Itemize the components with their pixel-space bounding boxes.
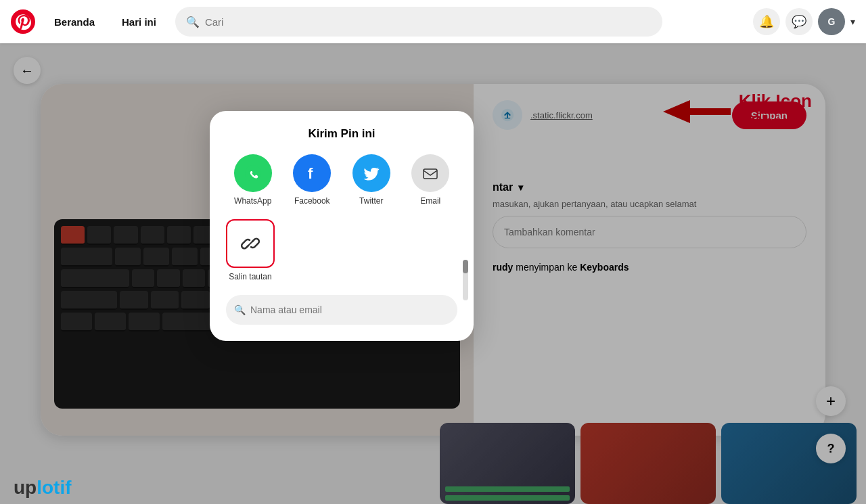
copy-link-icon	[226, 219, 275, 268]
facebook-label: Facebook	[294, 196, 330, 206]
share-whatsapp[interactable]: WhatsApp	[226, 154, 280, 206]
header: Beranda Hari ini 🔍 🔔 💬 G ▾	[0, 0, 866, 43]
watermark-text-up: up	[14, 477, 37, 498]
email-label: Email	[420, 196, 440, 206]
share-icons-row: WhatsApp f Facebook	[226, 154, 457, 206]
email-icon	[411, 154, 449, 192]
salin-label: Salin tautan	[229, 272, 271, 281]
twitter-label: Twitter	[359, 196, 383, 206]
svg-point-0	[11, 9, 35, 34]
svg-text:f: f	[308, 165, 313, 182]
search-icon: 🔍	[186, 16, 200, 28]
share-twitter[interactable]: Twitter	[344, 154, 398, 206]
whatsapp-label: WhatsApp	[234, 196, 271, 206]
watermark-text-lo: lo	[37, 477, 53, 498]
main-content: ←	[0, 43, 866, 504]
search-bar: 🔍	[175, 7, 662, 37]
messages-btn[interactable]: 💬	[785, 8, 813, 35]
twitter-icon	[352, 154, 390, 192]
salin-tautan[interactable]: Salin tautan	[226, 219, 275, 281]
salin-row: Salin tautan	[226, 219, 457, 281]
scroll-thumb	[463, 260, 468, 273]
modal-search-input[interactable]	[226, 295, 457, 325]
pinterest-logo[interactable]	[11, 9, 35, 34]
user-avatar[interactable]: G	[818, 8, 845, 35]
svg-rect-4	[424, 169, 437, 179]
notification-bell[interactable]: 🔔	[753, 8, 780, 35]
share-email[interactable]: Email	[404, 154, 458, 206]
search-icon-modal: 🔍	[234, 304, 246, 315]
share-modal: Kirim Pin ini WhatsApp	[210, 111, 474, 341]
facebook-icon: f	[293, 154, 331, 192]
modal-search-wrap: 🔍	[226, 295, 457, 325]
search-input[interactable]	[205, 16, 652, 28]
modal-overlay[interactable]: Kirim Pin ini WhatsApp	[0, 43, 866, 504]
share-facebook[interactable]: f Facebook	[286, 154, 340, 206]
nav-home[interactable]: Beranda	[46, 11, 103, 33]
nav-today[interactable]: Hari ini	[114, 11, 164, 33]
header-icons: 🔔 💬 G ▾	[753, 8, 855, 35]
scroll-indicator	[463, 260, 468, 300]
whatsapp-icon	[234, 154, 272, 192]
modal-title: Kirim Pin ini	[226, 127, 457, 141]
watermark: uplotif	[14, 477, 72, 499]
chevron-down-icon[interactable]: ▾	[850, 16, 855, 27]
watermark-text-tif: tif	[53, 477, 71, 498]
